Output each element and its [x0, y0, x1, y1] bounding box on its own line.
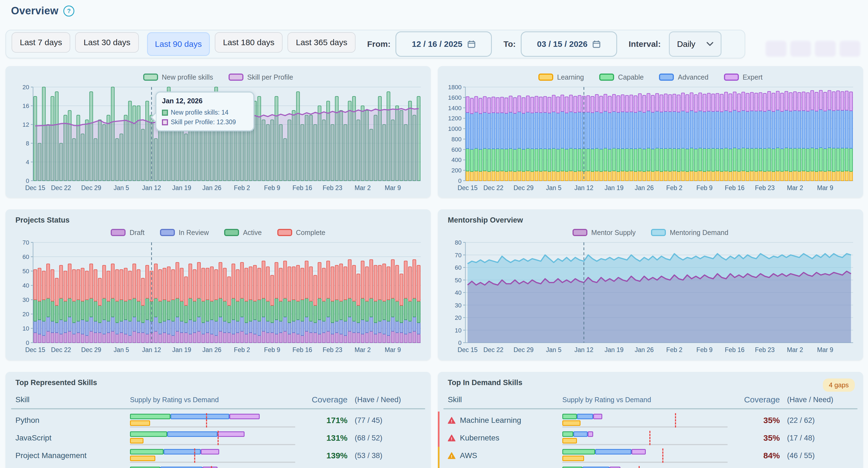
learning-segment	[130, 456, 155, 461]
calendar-icon	[467, 40, 475, 48]
mentorship-chart-canvas[interactable]: 01020304050607080Dec 15Dec 22Dec 29Jan 5…	[443, 239, 858, 356]
expert-segment	[631, 449, 646, 455]
legend-item-mentoring-demand[interactable]: Mentoring Demand	[651, 229, 728, 237]
svg-text:60: 60	[455, 264, 462, 271]
column-header: (Have / Need)	[780, 396, 853, 404]
dashboard-page: Overview ? Last 7 daysLast 30 daysLast 9…	[0, 0, 868, 468]
expert-segment	[610, 467, 620, 468]
legend-swatch	[143, 73, 158, 81]
capable-segment	[562, 431, 574, 437]
supply-vs-demand-bar	[562, 448, 727, 463]
legend-item-in-review[interactable]: In Review	[160, 229, 209, 237]
skill-row: Project Management139%(53 / 38)	[11, 447, 425, 464]
range-button-last-7-days[interactable]: Last 7 days	[11, 32, 70, 53]
supply-vs-demand-bar	[562, 466, 727, 468]
legend-item-skill-per-profile[interactable]: Skill per Profile	[228, 73, 293, 81]
svg-text:Dec 29: Dec 29	[514, 184, 534, 191]
tooltip-rows: New profile skills: 14Skill per Profile:…	[162, 109, 248, 126]
to-label: To:	[503, 39, 516, 49]
svg-text:20: 20	[23, 311, 29, 318]
have-need-value: (53 / 38)	[347, 451, 421, 460]
legend-item-expert[interactable]: Expert	[724, 73, 763, 81]
svg-text:Dec 15: Dec 15	[457, 346, 477, 353]
legend-item-complete[interactable]: Complete	[277, 229, 326, 237]
range-button-last-30-days[interactable]: Last 30 days	[75, 32, 138, 53]
tooltip-swatch	[162, 110, 168, 116]
date-from-value: 12 / 16 / 2025	[412, 39, 463, 49]
calendar-icon	[592, 40, 600, 48]
svg-text:Jan 26: Jan 26	[203, 346, 221, 353]
coverage-value: 131%	[295, 433, 347, 443]
projects-status-chart-canvas[interactable]: 010203040506070Dec 15Dec 22Dec 29Jan 5Ja…	[11, 239, 425, 356]
table-title: Top In Demand Skills	[448, 378, 858, 388]
range-button-last-180-days[interactable]: Last 180 days	[215, 32, 283, 53]
range-button-last-365-days[interactable]: Last 365 days	[287, 32, 355, 53]
skill-name: AWS	[460, 451, 477, 460]
legend-item-advanced[interactable]: Advanced	[659, 73, 708, 81]
svg-text:Jan 26: Jan 26	[203, 184, 221, 191]
severity-stripe	[438, 411, 439, 429]
learning-segment	[130, 438, 144, 443]
svg-text:Mar 9: Mar 9	[385, 346, 401, 353]
bar-track	[562, 427, 727, 428]
demand-marker	[649, 431, 650, 445]
skill-name-cell: !Kubernetes	[448, 434, 562, 442]
legend-item-draft[interactable]: Draft	[111, 229, 144, 237]
skill-row: JavaScript131%(68 / 52)	[11, 429, 425, 447]
svg-text:Dec 22: Dec 22	[483, 346, 503, 353]
svg-text:40: 40	[23, 282, 29, 289]
legend-swatch	[651, 229, 666, 236]
capable-segment	[130, 414, 170, 419]
date-to-input[interactable]: 03 / 15 / 2026	[521, 31, 617, 57]
warning-icon: !	[448, 452, 456, 459]
legend-item-active[interactable]: Active	[224, 229, 261, 237]
skills-by-rating-chart-canvas[interactable]: 020040060080010001200140016001800Dec 15D…	[443, 84, 858, 194]
skill-name: Kubernetes	[460, 434, 499, 442]
svg-text:Dec 29: Dec 29	[514, 346, 534, 353]
table-body: Python171%(77 / 45)JavaScript131%(68 / 5…	[11, 411, 425, 468]
svg-text:Feb 2: Feb 2	[666, 346, 682, 353]
svg-text:Jan 12: Jan 12	[575, 184, 593, 191]
expert-segment	[201, 449, 219, 455]
svg-text:70: 70	[23, 239, 29, 246]
skill-name-cell: Python	[16, 416, 130, 425]
legend-item-new-profile-skills[interactable]: New profile skills	[143, 73, 213, 81]
svg-text:4: 4	[26, 159, 29, 165]
coverage-value: 139%	[295, 451, 347, 460]
range-button-last-90-days[interactable]: Last 90 days	[147, 32, 210, 56]
skill-name-cell: JavaScript	[16, 434, 130, 442]
have-need-value: (22 / 62)	[780, 416, 853, 425]
date-from-input[interactable]: 12 / 16 / 2025	[396, 31, 492, 57]
gaps-badge: 4 gaps	[823, 378, 855, 392]
table-divider	[11, 408, 425, 409]
svg-text:Jan 5: Jan 5	[114, 346, 129, 353]
help-icon[interactable]: ?	[63, 5, 74, 17]
capable-segment	[130, 449, 163, 455]
skill-name-cell: !AWS	[448, 451, 562, 460]
legend-swatch	[228, 73, 243, 81]
svg-text:Mar 2: Mar 2	[787, 346, 803, 353]
interval-value: Daily	[677, 39, 695, 49]
page-title: Overview	[11, 5, 58, 17]
svg-text:Feb 2: Feb 2	[234, 346, 250, 353]
legend-item-mentor-supply[interactable]: Mentor Supply	[572, 229, 636, 237]
skill-name: Python	[16, 416, 39, 425]
svg-text:Jan 5: Jan 5	[546, 184, 561, 191]
range-button-group: Last 7 daysLast 30 daysLast 90 daysLast …	[11, 32, 355, 56]
chart-panel-profile-skills: New profile skillsSkill per Profile 0481…	[5, 66, 431, 198]
svg-text:Feb 16: Feb 16	[292, 346, 312, 353]
skill-name: Machine Learning	[460, 416, 521, 425]
legend-item-capable[interactable]: Capable	[599, 73, 644, 81]
svg-text:Feb 2: Feb 2	[666, 184, 682, 191]
demand-marker	[639, 466, 640, 468]
legend-item-learning[interactable]: Learning	[538, 73, 584, 81]
chart-panel-projects-status: Projects Status DraftIn ReviewActiveComp…	[5, 209, 431, 360]
svg-text:Feb 16: Feb 16	[725, 184, 745, 191]
svg-text:Feb 9: Feb 9	[696, 346, 713, 353]
skill-row	[443, 464, 858, 468]
interval-select[interactable]: Daily	[669, 31, 721, 57]
table-header: SkillSupply by Rating vs DemandCoverage(…	[11, 395, 425, 404]
svg-text:Feb 23: Feb 23	[755, 346, 775, 353]
skill-name-cell: !Machine Learning	[448, 416, 562, 425]
svg-text:1800: 1800	[448, 84, 462, 91]
